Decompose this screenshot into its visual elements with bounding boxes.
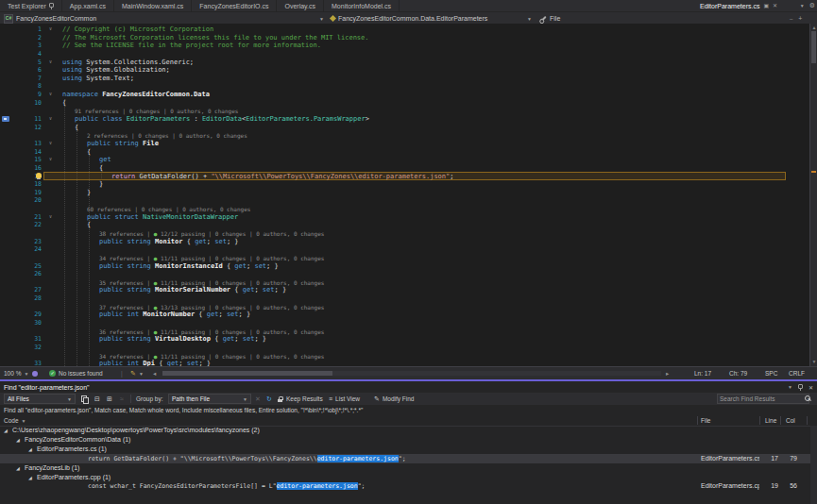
line-column-header[interactable]: Line: [765, 417, 776, 424]
hscroll-left-icon[interactable]: ◂: [153, 367, 156, 379]
result-match-row[interactable]: return GetDataFolder() + "\\Microsoft\\P…: [0, 454, 810, 463]
refresh-icon[interactable]: ↻: [266, 393, 272, 405]
keep-results-button[interactable]: Keep Results: [278, 393, 323, 405]
collapse-all-icon[interactable]: ⊟: [94, 393, 100, 405]
code-line: 28: [0, 294, 803, 303]
expander-icon[interactable]: ◢: [16, 436, 20, 444]
line-number: 5: [13, 59, 42, 67]
result-group-row[interactable]: ◢EditorParameters.cs (1): [0, 445, 810, 454]
scroll-up-icon[interactable]: ▲: [811, 25, 817, 30]
fold-chevron-icon[interactable]: ∨: [49, 139, 52, 147]
group-by-combo[interactable]: Path then File▼: [168, 393, 251, 405]
search-find-results-box[interactable]: ▼: [717, 394, 809, 404]
window-options-gear-icon[interactable]: ⚙: [809, 2, 815, 9]
result-group-row[interactable]: ◢C:\Users\zhaopengwang\Desktop\powertoys…: [0, 426, 810, 435]
result-match-row[interactable]: const wchar_t FancyZonesEditorParameters…: [0, 481, 810, 491]
codelens-badge-icon[interactable]: [2, 116, 9, 122]
issues-status[interactable]: ✓ No issues found: [49, 367, 103, 379]
wrench-property-icon: [540, 15, 546, 21]
code-line: 8: [0, 82, 803, 91]
editor-vertical-scrollbar[interactable]: ▲ ▼: [809, 24, 817, 366]
codelens-row[interactable]: 36 references | ● 11/11 passing | 0 chan…: [0, 328, 803, 336]
search-find-results-input[interactable]: [718, 395, 805, 402]
match-file: EditorParameters.cpp: [701, 481, 759, 491]
match-file: EditorParameters.cs: [701, 454, 759, 463]
result-group-row[interactable]: ◢EditorParameters.cpp (1): [0, 473, 810, 482]
expander-icon[interactable]: ◢: [28, 474, 32, 481]
codelens-row[interactable]: 34 references | ● 11/11 passing | 0 chan…: [0, 352, 803, 361]
zoom-dropdown[interactable]: 100 % ▼: [4, 367, 28, 379]
line-number: 6: [13, 66, 42, 75]
fold-chevron-icon[interactable]: ∨: [49, 90, 52, 98]
health-indicator-icon[interactable]: [32, 367, 38, 379]
codelens-row[interactable]: 91 references | 0 changes | 0 authors, 0…: [0, 107, 803, 115]
keep-open-icon[interactable]: ▣: [763, 3, 769, 8]
results-scrollbar[interactable]: [810, 426, 817, 504]
window-position-icon[interactable]: ▼: [788, 384, 792, 390]
line-number: 7: [13, 75, 42, 83]
expander-icon[interactable]: ◢: [4, 427, 8, 434]
scope-combo[interactable]: All Files▼: [4, 393, 76, 405]
lightbulb-icon[interactable]: [36, 173, 42, 178]
toolbar-separator: [130, 393, 131, 405]
pin-icon[interactable]: [798, 384, 803, 391]
match-col: 56: [782, 481, 797, 491]
eol-indicator[interactable]: CRLF: [789, 367, 805, 379]
column-indicator[interactable]: Ch: 79: [729, 367, 747, 379]
tab-test-explorer[interactable]: Test Explorer: [0, 0, 62, 11]
hscrollbar-thumb[interactable]: [162, 371, 332, 376]
code-line: 20: [0, 196, 803, 205]
code-line: 5∨using System.Collections.Generic;: [0, 59, 803, 67]
match-line: 19: [763, 481, 778, 491]
tab-list-dropdown-icon[interactable]: ▼: [800, 3, 805, 8]
ink-annotations-dropdown[interactable]: ✎▼: [130, 367, 144, 379]
group-by-label: Group by:: [136, 393, 163, 405]
col-column-header[interactable]: Col: [786, 417, 795, 424]
match-highlight: editor-parameters.json: [277, 482, 358, 490]
codelens-row[interactable]: 60 references | 0 changes | 0 authors, 0…: [0, 205, 803, 213]
codelens-row[interactable]: 35 references | ● 11/11 passing | 0 chan…: [0, 278, 803, 287]
code-editor[interactable]: 1∨// Copyright (c) Microsoft Corporation…: [0, 24, 809, 366]
expander-icon[interactable]: ◢: [16, 464, 20, 472]
copy-icon[interactable]: [81, 393, 88, 405]
tab-mainwindow-xaml-cs[interactable]: MainWindow.xaml.cs: [114, 0, 192, 11]
tab-app-xaml-cs[interactable]: App.xaml.cs: [62, 0, 114, 11]
tab-fancyzoneseditorio-cs[interactable]: FancyZonesEditorIO.cs: [192, 0, 277, 11]
file-column-header[interactable]: File: [701, 417, 710, 424]
cancel-search-icon[interactable]: ✕: [255, 393, 261, 405]
result-group-row[interactable]: ◢FancyZonesLib (1): [0, 463, 810, 473]
code-column-header[interactable]: Code▼: [4, 417, 26, 424]
expand-all-icon[interactable]: ⊞: [107, 393, 112, 405]
codelens-row[interactable]: 2 references | 0 changes | 0 authors, 0 …: [0, 131, 803, 140]
close-panel-icon[interactable]: ✕: [808, 384, 813, 391]
horizontal-scrollbar[interactable]: [162, 371, 661, 376]
tab-overlay-cs[interactable]: Overlay.cs: [277, 0, 324, 11]
expander-icon[interactable]: ◢: [28, 445, 32, 453]
find-results-title-bar[interactable]: Find "editor-parameters.json" ▼ ✕: [0, 381, 817, 393]
tab-editorparameters[interactable]: EditorParameters.cs ▣ ✕: [694, 0, 783, 11]
scrollbar-thumb[interactable]: [811, 31, 816, 63]
filter-icon[interactable]: ≈: [120, 393, 124, 405]
lock-icon: [278, 395, 283, 403]
close-tab-icon[interactable]: ✕: [773, 3, 777, 8]
codelens-row[interactable]: 34 references | ● 11/11 passing | 0 chan…: [0, 254, 803, 262]
check-icon: ✓: [49, 370, 56, 377]
hscroll-right-icon[interactable]: ▸: [666, 367, 669, 379]
tab-monitorinfomodel-cs[interactable]: MonitorInfoModel.cs: [324, 0, 400, 11]
fold-chevron-icon[interactable]: ∨: [49, 25, 52, 33]
spaces-indicator[interactable]: SPC: [765, 367, 777, 379]
match-preview: const wchar_t FancyZonesEditorParameters…: [88, 481, 366, 491]
fold-chevron-icon[interactable]: ∨: [49, 114, 52, 123]
line-indicator[interactable]: Ln: 17: [694, 367, 711, 379]
modify-find-button[interactable]: ✎ Modify Find: [374, 393, 414, 405]
fold-chevron-icon[interactable]: ∨: [49, 58, 52, 66]
fold-chevron-icon[interactable]: ∨: [49, 155, 52, 163]
group-label: FancyZonesEditorCommon\Data (1): [25, 435, 130, 445]
fold-chevron-icon[interactable]: ∨: [49, 212, 52, 221]
codelens-row[interactable]: 37 references | ● 13/13 passing | 0 chan…: [0, 303, 803, 311]
result-group-row[interactable]: ◢FancyZonesEditorCommon\Data (1): [0, 435, 810, 445]
tab-group-left: Test ExplorerApp.xaml.csMainWindow.xaml.…: [0, 0, 400, 11]
list-view-button[interactable]: ≡ List View: [329, 393, 360, 405]
scroll-down-icon[interactable]: ▼: [811, 359, 817, 364]
pin-icon[interactable]: [49, 3, 54, 9]
